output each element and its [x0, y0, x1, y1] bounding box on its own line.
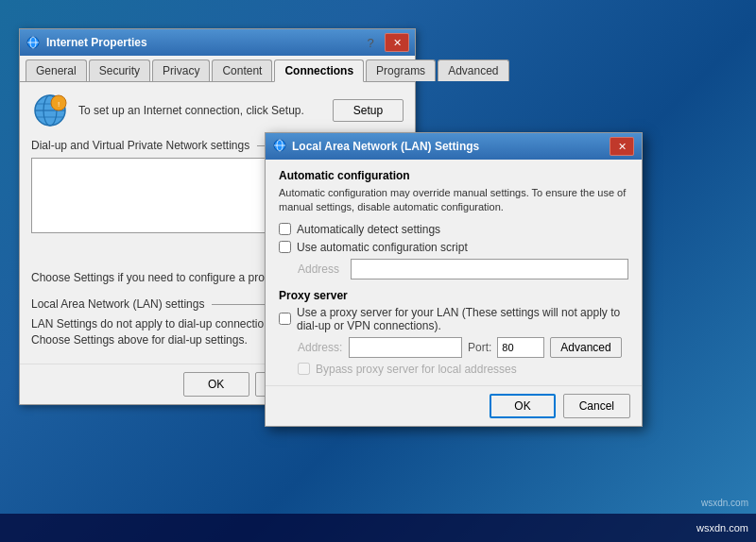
bypass-row: Bypass proxy server for local addresses	[298, 363, 628, 376]
lan-close-button[interactable]: ✕	[610, 137, 634, 156]
setup-row: ! To set up an Internet connection, clic…	[31, 92, 404, 129]
port-input[interactable]	[497, 337, 544, 358]
port-label: Port:	[468, 341, 491, 354]
tab-advanced[interactable]: Advanced	[438, 59, 508, 81]
auto-config-desc: Automatic configuration may override man…	[279, 186, 628, 215]
lan-settings-dialog: Local Area Network (LAN) Settings ✕ Auto…	[265, 132, 643, 427]
vpn-list-box[interactable]	[31, 158, 282, 233]
tab-security[interactable]: Security	[89, 59, 150, 81]
advanced-button[interactable]: Advanced	[550, 337, 621, 358]
auto-config-title: Automatic configuration	[279, 169, 628, 182]
script-address-row: Address	[298, 259, 628, 279]
auto-detect-checkbox[interactable]	[279, 223, 291, 235]
desktop-watermark: wsxdn.com	[701, 498, 748, 508]
tab-privacy[interactable]: Privacy	[152, 59, 210, 81]
script-address-input[interactable]	[351, 259, 628, 279]
proxy-server-section: Proxy server Use a proxy server for your…	[279, 289, 628, 376]
internet-properties-title: Internet Properties	[46, 36, 358, 49]
ie-icon	[26, 35, 41, 50]
bypass-checkbox[interactable]	[298, 363, 310, 375]
help-button[interactable]: ?	[358, 33, 383, 52]
bypass-label: Bypass proxy server for local addresses	[316, 363, 517, 376]
proxy-server-label: Use a proxy server for your LAN (These s…	[297, 306, 628, 332]
proxy-server-row: Use a proxy server for your LAN (These s…	[279, 306, 628, 332]
ok-button[interactable]: OK	[183, 372, 249, 397]
setup-text: To set up an Internet connection, click …	[78, 103, 323, 119]
auto-script-checkbox[interactable]	[279, 241, 291, 253]
auto-detect-row: Automatically detect settings	[279, 223, 628, 236]
lan-title-bar[interactable]: Local Area Network (LAN) Settings ✕	[266, 133, 642, 160]
proxy-address-input[interactable]	[349, 337, 462, 358]
tab-programs[interactable]: Programs	[366, 59, 436, 81]
tabs-bar: General Security Privacy Content Connect…	[20, 56, 415, 82]
svg-text:!: !	[58, 100, 60, 109]
tab-general[interactable]: General	[26, 59, 87, 81]
internet-properties-title-bar[interactable]: Internet Properties ? ✕	[20, 29, 415, 56]
taskbar: wsxdn.com	[0, 514, 756, 542]
lan-content: Automatic configuration Automatic config…	[266, 160, 642, 385]
script-address-label: Address	[298, 263, 345, 276]
proxy-server-title: Proxy server	[279, 289, 628, 302]
tab-connections[interactable]: Connections	[274, 59, 364, 82]
watermark: wsxdn.com	[696, 522, 748, 534]
lan-footer: OK Cancel	[266, 385, 642, 426]
lan-cancel-button[interactable]: Cancel	[563, 394, 630, 418]
auto-script-label: Use automatic configuration script	[297, 241, 468, 254]
lan-dialog-icon	[273, 139, 286, 155]
use-proxy-checkbox[interactable]	[279, 313, 291, 325]
proxy-addr-row: Address: Port: Advanced	[298, 337, 628, 358]
auto-script-row: Use automatic configuration script	[279, 241, 628, 254]
setup-button[interactable]: Setup	[333, 99, 404, 122]
title-bar-buttons: ? ✕	[358, 33, 409, 52]
auto-detect-label: Automatically detect settings	[297, 223, 440, 236]
tab-content[interactable]: Content	[212, 59, 272, 81]
globe-icon: !	[31, 92, 69, 129]
lan-dialog-title: Local Area Network (LAN) Settings	[292, 140, 610, 153]
close-button[interactable]: ✕	[385, 33, 409, 52]
lan-ok-button[interactable]: OK	[490, 394, 555, 418]
proxy-address-label: Address:	[298, 341, 343, 354]
